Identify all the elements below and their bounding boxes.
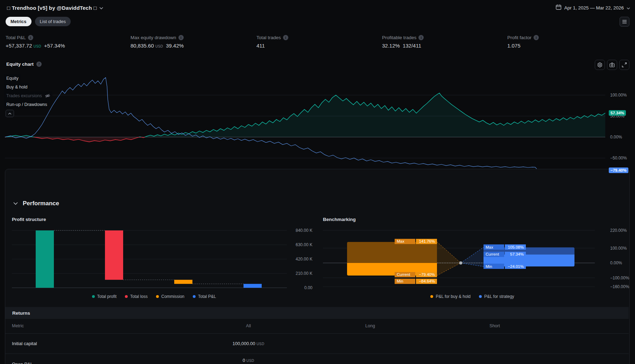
layout-options-button[interactable] bbox=[620, 17, 629, 27]
metric-max-drawdown: Max equity drawdowni 80,835.60 USD39.42% bbox=[130, 35, 184, 49]
performance-title: Performance bbox=[23, 200, 59, 207]
benchmark-chip: Max105.08% bbox=[484, 244, 526, 250]
equity-chart-plot[interactable] bbox=[0, 66, 635, 177]
legend-item-p-l-for-buy-hold: P&L for buy & hold bbox=[430, 294, 471, 299]
strategy-title-row[interactable]: □ Trendhoo [v5] by @DaviddTech □ bbox=[7, 3, 103, 12]
metric-extra: 39.42% bbox=[166, 43, 184, 49]
y-axis-label: 630.00 K bbox=[291, 242, 312, 247]
y-axis-label: 100.00% bbox=[610, 93, 627, 98]
view-tabs: Metrics List of trades bbox=[6, 17, 71, 26]
y-axis-label: −160.00% bbox=[610, 284, 629, 289]
metric-extra: +57.34% bbox=[44, 43, 65, 49]
returns-header-row: Metric All Long Short bbox=[5, 319, 629, 334]
row-label: Initial capital bbox=[12, 341, 37, 346]
legend-item-total-profit: Total profit bbox=[92, 294, 117, 299]
returns-section-header: Returns bbox=[5, 307, 629, 319]
benchmark-chip: Min−84.64% bbox=[395, 279, 437, 284]
y-axis-label: 840.00 K bbox=[291, 228, 312, 233]
legend-item-buy-hold[interactable]: Buy & hold bbox=[4, 83, 29, 91]
metric-profitable-trades: Profitable tradesi 32.12%132/411 bbox=[382, 35, 424, 49]
metric-value: 32.12% bbox=[382, 43, 400, 49]
chevron-down-icon bbox=[99, 5, 103, 11]
help-icon[interactable]: ? bbox=[36, 62, 42, 67]
metric-value: 80,835.60 bbox=[130, 43, 154, 49]
chevron-down-icon bbox=[13, 202, 18, 205]
column-header-long: Long bbox=[332, 323, 409, 328]
metric-label: Profitable trades bbox=[382, 35, 416, 40]
legend-item-equity[interactable]: Equity bbox=[4, 74, 21, 83]
strategy-tester-page: □ Trendhoo [v5] by @DaviddTech □ Apr 1, … bbox=[0, 0, 635, 364]
table-row-open-pnl: Open P&L 0 USD bbox=[5, 354, 629, 364]
date-range-label: Apr 1, 2025 — Mar 22, 2026 bbox=[564, 5, 624, 10]
metric-label: Total P&L bbox=[6, 35, 26, 40]
metric-label: Profit factor bbox=[507, 35, 531, 40]
y-axis-label: 0.00% bbox=[610, 135, 622, 140]
metric-value: +57,337.72 bbox=[6, 43, 32, 49]
equity-chart-title: Equity chart bbox=[6, 62, 34, 67]
last-value-badge: 57.34% bbox=[609, 110, 626, 116]
legend-item-commission: Commission bbox=[156, 294, 184, 299]
column-header-all: All bbox=[210, 323, 287, 328]
column-header-short: Short bbox=[456, 323, 533, 328]
legend-item-trades-excursions[interactable]: Trades excursions bbox=[4, 91, 52, 100]
info-icon[interactable]: i bbox=[283, 35, 288, 40]
benchmark-chip: Max141.76% bbox=[395, 239, 437, 244]
row-value: 100,000.00 USD bbox=[210, 341, 287, 346]
legend-item-total-loss: Total loss bbox=[125, 294, 148, 299]
eye-off-icon bbox=[45, 93, 50, 98]
metric-value: 411 bbox=[256, 43, 265, 49]
y-axis-label: 100.00% bbox=[610, 246, 627, 251]
row-label: Open P&L bbox=[12, 362, 33, 364]
equity-chart-legend: EquityBuy & holdTrades excursionsRun-up … bbox=[4, 74, 52, 109]
profit-structure-legend: Total profitTotal lossCommissionTotal P&… bbox=[21, 294, 287, 299]
date-range-picker[interactable]: Apr 1, 2025 — Mar 22, 2026 bbox=[556, 3, 630, 12]
y-axis-label: 0.00 bbox=[291, 285, 312, 290]
tab-metrics[interactable]: Metrics bbox=[6, 17, 31, 26]
benchmark-chip: Current57.34% bbox=[484, 252, 526, 257]
metric-total-pnl: Total P&Li +57,337.72 USD+57.34% bbox=[6, 35, 65, 49]
metric-extra: 132/411 bbox=[403, 43, 421, 49]
profit-structure-title: Profit structure bbox=[12, 217, 46, 222]
info-icon[interactable]: i bbox=[534, 35, 539, 40]
info-icon[interactable]: i bbox=[418, 35, 424, 40]
column-header-metric: Metric bbox=[12, 323, 24, 328]
legend-item-p-l-for-strategy: P&L for strategy bbox=[479, 294, 514, 299]
metric-total-trades: Total tradesi 411 bbox=[256, 35, 288, 49]
returns-title: Returns bbox=[12, 311, 30, 316]
calendar-icon bbox=[556, 4, 562, 12]
info-icon[interactable]: i bbox=[178, 35, 184, 40]
benchmark-chip: Current−79.40% bbox=[395, 272, 437, 277]
equity-chart-header: Equity chart ? bbox=[6, 62, 42, 67]
collapse-legend-button[interactable] bbox=[6, 110, 14, 117]
y-axis-label: 220.00% bbox=[610, 228, 627, 233]
metric-profit-factor: Profit factori 1.075 bbox=[507, 35, 539, 49]
benchmarking-title: Benchmarking bbox=[323, 217, 356, 222]
info-icon[interactable]: i bbox=[28, 35, 33, 40]
last-value-badge: −79.40% bbox=[609, 167, 628, 173]
benchmarking-legend: P&L for buy & holdP&L for strategy bbox=[385, 294, 560, 299]
profit-structure-plot bbox=[0, 224, 318, 292]
metric-value: 1.075 bbox=[507, 43, 521, 49]
performance-header[interactable]: Performance bbox=[13, 200, 59, 207]
tab-list-of-trades[interactable]: List of trades bbox=[35, 17, 71, 26]
chevron-down-icon bbox=[627, 5, 630, 11]
metric-label: Max equity drawdown bbox=[130, 35, 176, 40]
strategy-title: □ Trendhoo [v5] by @DaviddTech □ bbox=[7, 5, 97, 11]
row-value: 0 USD bbox=[210, 358, 287, 363]
metric-label: Total trades bbox=[256, 35, 281, 40]
legend-item-run-up-drawdowns[interactable]: Run-up / Drawdowns bbox=[4, 100, 49, 109]
y-axis-label: −100.00% bbox=[610, 276, 629, 280]
y-axis-label: 0.00% bbox=[610, 260, 622, 265]
y-axis-label: 210.00 K bbox=[291, 271, 312, 276]
table-row-initial-capital: Initial capital 100,000.00 USD bbox=[5, 333, 629, 354]
y-axis-label: −50.00% bbox=[610, 156, 627, 160]
y-axis-label: 420.00 K bbox=[291, 257, 312, 262]
benchmark-chip: Min−24.01% bbox=[484, 264, 526, 269]
legend-item-total-p-l: Total P&L bbox=[193, 294, 216, 299]
benchmarking-plot bbox=[318, 224, 635, 292]
